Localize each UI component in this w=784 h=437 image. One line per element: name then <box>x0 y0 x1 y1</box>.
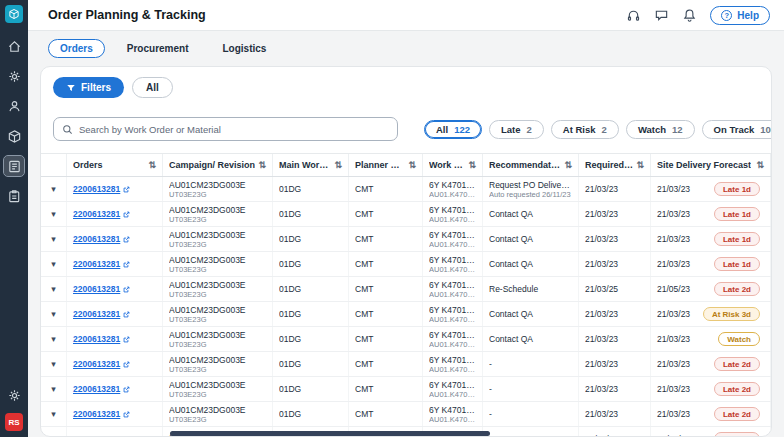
order-link[interactable]: 2200613281 <box>73 434 156 436</box>
campaign-cell: AU01CM23DG003E UT03E23G <box>163 277 273 301</box>
recommendation-cell: Contact QA <box>483 227 579 251</box>
column-label: Site Delivery Forecast <box>657 160 751 170</box>
work-order-desc-cell: 6Y K4701D GBO AU01.K4701D <box>423 202 483 226</box>
recommendation-cell: Contact QA <box>483 302 579 326</box>
feedback-icon[interactable] <box>654 8 669 23</box>
tab-procurement[interactable]: Procurement <box>115 39 201 58</box>
help-button[interactable]: ? Help <box>710 6 770 25</box>
filter-chip-at-risk[interactable]: At Risk 2 <box>551 120 619 139</box>
tab-logistics[interactable]: Logistics <box>210 39 278 58</box>
expander-cell: ▾ <box>41 377 67 401</box>
order-link[interactable]: 2200613281 <box>73 359 156 369</box>
sort-icon[interactable]: ⇅ <box>636 160 644 170</box>
sort-icon[interactable]: ⇅ <box>258 160 266 170</box>
filters-button[interactable]: Filters <box>53 77 124 98</box>
row-expand-chevron[interactable]: ▾ <box>51 234 56 244</box>
row-expand-chevron[interactable]: ▾ <box>51 309 56 319</box>
table-row: ▾ 2200613281 AU01CM23DG003E UT03E23G 01D… <box>41 402 771 427</box>
forecast-cell: 21/05/23 Late 2d <box>651 277 771 301</box>
status-badge: Late 2d <box>714 282 760 296</box>
sidebar-item-users[interactable] <box>4 96 24 116</box>
column-label: Campaign/ Revision <box>169 160 255 170</box>
order-cell: 2200613281 <box>67 177 163 201</box>
tab-orders[interactable]: Orders <box>48 39 105 58</box>
status-badge: Late 2d <box>714 357 760 371</box>
external-link-icon <box>123 211 130 218</box>
support-headphones-icon[interactable] <box>626 8 641 23</box>
expander-cell: ▾ <box>41 252 67 276</box>
row-expand-chevron[interactable]: ▾ <box>51 259 56 269</box>
sidebar-item-tasks[interactable] <box>4 186 24 206</box>
order-link[interactable]: 2200613281 <box>73 184 156 194</box>
app-root: RS Order Planning & Tracking ? Help <box>0 0 784 437</box>
row-expand-chevron[interactable]: ▾ <box>51 359 56 369</box>
work-centre-cell: 01DG <box>273 177 349 201</box>
order-link[interactable]: 2200613281 <box>73 334 156 344</box>
work-centre-cell: 01DG <box>273 277 349 301</box>
filter-chip-watch[interactable]: Watch 12 <box>626 120 695 139</box>
filter-chip-on-track[interactable]: On Track 106 <box>702 120 772 139</box>
tab-label: Logistics <box>222 43 266 54</box>
row-expand-chevron[interactable]: ▾ <box>51 209 56 219</box>
order-link[interactable]: 2200613281 <box>73 284 156 294</box>
search-input[interactable] <box>79 124 389 135</box>
package-icon <box>7 129 22 144</box>
app-logo[interactable] <box>5 5 23 23</box>
external-link-icon <box>123 386 130 393</box>
filter-chip-all[interactable]: All 122 <box>424 120 482 139</box>
order-link[interactable]: 2200613281 <box>73 259 156 269</box>
filter-chip-late[interactable]: Late 2 <box>489 120 544 139</box>
row-expand-chevron[interactable]: ▾ <box>51 434 56 436</box>
notifications-bell-icon[interactable] <box>682 8 697 23</box>
column-header-planner-group[interactable]: Planner Group ⇅ <box>349 154 423 176</box>
order-cell: 2200613281 <box>67 277 163 301</box>
user-avatar[interactable]: RS <box>5 413 23 431</box>
column-header-work-order-des[interactable]: Work Order Des ⇅ <box>423 154 483 176</box>
sort-icon[interactable]: ⇅ <box>408 160 416 170</box>
sort-icon[interactable]: ⇅ <box>148 160 156 170</box>
column-header-campaign-revision[interactable]: Campaign/ Revision ⇅ <box>163 154 273 176</box>
sort-icon[interactable]: ⇅ <box>756 160 764 170</box>
row-expand-chevron[interactable]: ▾ <box>51 409 56 419</box>
order-link[interactable]: 2200613281 <box>73 234 156 244</box>
sidebar-item-settings[interactable] <box>4 385 24 405</box>
expander-column-header <box>41 154 67 176</box>
recommendation-cell: Contact QA <box>483 252 579 276</box>
row-expand-chevron[interactable]: ▾ <box>51 334 56 344</box>
required-on-site-cell: 21/03/23 <box>579 377 651 401</box>
sidebar-item-processes[interactable] <box>4 66 24 86</box>
work-order-desc-cell: 6Y K4701D GBO AU01.K4701D <box>423 302 483 326</box>
recommendation-cell: Contact QA <box>483 327 579 351</box>
order-link[interactable]: 2200613281 <box>73 409 156 419</box>
order-link[interactable]: 2200613281 <box>73 309 156 319</box>
order-link[interactable]: 2200613281 <box>73 384 156 394</box>
help-question-icon: ? <box>721 10 732 21</box>
forecast-cell: 21/03/23 At Risk 3d <box>651 302 771 326</box>
sort-icon[interactable]: ⇅ <box>334 160 342 170</box>
column-header-recommendation[interactable]: Recommendation ⇅ <box>483 154 579 176</box>
row-expand-chevron[interactable]: ▾ <box>51 384 56 394</box>
work-order-desc-cell: 6Y K4701D GBO AU01.K4701D <box>423 277 483 301</box>
horizontal-scrollbar-thumb[interactable] <box>170 431 490 436</box>
column-label: Orders <box>73 160 103 170</box>
sidebar-item-materials[interactable] <box>4 126 24 146</box>
column-header-orders[interactable]: Orders ⇅ <box>67 154 163 176</box>
table-row: ▾ 2200613281 AU01CM23DG003E UT03E23G 01D… <box>41 252 771 277</box>
funnel-icon <box>66 83 76 93</box>
planner-group-cell: CMT <box>349 302 423 326</box>
column-header-site-delivery-forecast[interactable]: Site Delivery Forecast ⇅ <box>651 154 771 176</box>
table-body: ▾ 2200613281 AU01CM23DG003E UT03E23G 01D… <box>41 177 771 436</box>
row-expand-chevron[interactable]: ▾ <box>51 184 56 194</box>
tab-bar: OrdersProcurementLogistics <box>28 31 784 65</box>
row-expand-chevron[interactable]: ▾ <box>51 284 56 294</box>
sidebar-item-home[interactable] <box>4 36 24 56</box>
required-on-site-cell: 21/03/23 <box>579 402 651 426</box>
sort-icon[interactable]: ⇅ <box>564 160 572 170</box>
order-link[interactable]: 2200613281 <box>73 209 156 219</box>
sidebar-item-orders[interactable] <box>4 156 24 176</box>
column-header-required-on-site[interactable]: Required On Site ⇅ <box>579 154 651 176</box>
sort-icon[interactable]: ⇅ <box>468 160 476 170</box>
planner-group-cell: CMT <box>349 352 423 376</box>
all-filter-button[interactable]: All <box>132 77 173 98</box>
column-header-main-work-centre[interactable]: Main Work Centre ⇅ <box>273 154 349 176</box>
